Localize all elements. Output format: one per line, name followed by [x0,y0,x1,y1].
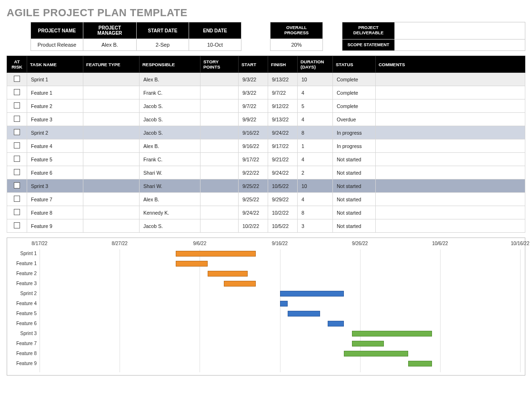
cell-feature-type[interactable] [83,73,140,86]
cell-finish[interactable]: 9/21/22 [268,153,298,166]
cell-duration[interactable]: 10 [298,179,333,193]
cell-finish[interactable]: 9/24/22 [268,166,298,179]
checkbox-icon[interactable] [14,116,20,122]
checkbox-icon[interactable] [14,222,20,228]
cell-story-points[interactable] [201,126,239,139]
cell-story-points[interactable] [201,99,239,113]
checkbox-icon[interactable] [14,129,20,135]
cell-finish[interactable]: 10/2/22 [268,206,298,219]
cell-start[interactable]: 9/16/22 [239,126,268,139]
cell-start[interactable]: 9/3/22 [239,73,268,86]
cell-task[interactable]: Feature 9 [27,219,83,233]
val-project-name[interactable]: Product Release [31,39,83,51]
checkbox-icon[interactable] [14,102,20,109]
cell-task[interactable]: Feature 3 [27,113,83,126]
cell-responsible[interactable]: Alex B. [140,193,201,206]
cell-duration[interactable]: 1 [298,139,333,153]
cell-comments[interactable] [376,179,525,193]
cell-responsible[interactable]: Alex B. [140,73,201,86]
cell-responsible[interactable]: Frank C. [140,153,201,166]
cell-feature-type[interactable] [83,219,140,233]
cell-status[interactable]: In progress [333,126,376,139]
cell-task[interactable]: Feature 8 [27,206,83,219]
cell-responsible[interactable]: Shari W. [140,179,201,193]
cell-status[interactable]: Not started [333,179,376,193]
cell-story-points[interactable] [201,139,239,153]
cell-duration[interactable]: 4 [298,193,333,206]
cell-finish[interactable]: 9/17/22 [268,139,298,153]
cell-status[interactable]: Complete [333,86,376,99]
cell-status[interactable]: Not started [333,153,376,166]
val-project-deliverable[interactable] [394,22,525,40]
cell-responsible[interactable]: Jacob S. [140,126,201,139]
checkbox-icon[interactable] [14,169,20,175]
cell-start[interactable]: 9/16/22 [239,139,268,153]
cell-story-points[interactable] [201,73,239,86]
cell-duration[interactable]: 10 [298,73,333,86]
cell-comments[interactable] [376,193,525,206]
cell-start[interactable]: 9/25/22 [239,193,268,206]
cell-finish[interactable]: 9/24/22 [268,126,298,139]
cell-status[interactable]: Not started [333,219,376,233]
cell-feature-type[interactable] [83,206,140,219]
cell-story-points[interactable] [201,86,239,99]
cell-comments[interactable] [376,99,525,113]
cell-story-points[interactable] [201,219,239,233]
val-end-date[interactable]: 10-Oct [189,39,241,51]
cell-status[interactable]: Not started [333,193,376,206]
cell-task[interactable]: Feature 2 [27,99,83,113]
cell-comments[interactable] [376,166,525,179]
checkbox-icon[interactable] [14,76,20,82]
cell-feature-type[interactable] [83,126,140,139]
checkbox-icon[interactable] [14,156,20,162]
cell-status[interactable]: In progress [333,139,376,153]
cell-duration[interactable]: 8 [298,126,333,139]
cell-comments[interactable] [376,86,525,99]
cell-feature-type[interactable] [83,113,140,126]
cell-feature-type[interactable] [83,179,140,193]
cell-start[interactable]: 9/3/22 [239,86,268,99]
checkbox-icon[interactable] [14,89,20,95]
cell-feature-type[interactable] [83,139,140,153]
cell-start[interactable]: 9/25/22 [239,179,268,193]
cell-duration[interactable]: 4 [298,86,333,99]
cell-task[interactable]: Feature 6 [27,166,83,179]
cell-responsible[interactable]: Frank C. [140,86,201,99]
checkbox-icon[interactable] [14,209,20,215]
cell-comments[interactable] [376,73,525,86]
cell-comments[interactable] [376,153,525,166]
cell-story-points[interactable] [201,206,239,219]
cell-duration[interactable]: 3 [298,219,333,233]
cell-status[interactable]: Not started [333,206,376,219]
cell-start[interactable]: 9/17/22 [239,153,268,166]
cell-duration[interactable]: 5 [298,99,333,113]
cell-task[interactable]: Feature 5 [27,153,83,166]
cell-finish[interactable]: 9/29/22 [268,193,298,206]
cell-responsible[interactable]: Kennedy K. [140,206,201,219]
cell-feature-type[interactable] [83,86,140,99]
cell-finish[interactable]: 9/7/22 [268,86,298,99]
cell-story-points[interactable] [201,166,239,179]
cell-responsible[interactable]: Alex B. [140,139,201,153]
cell-start[interactable]: 9/22/22 [239,166,268,179]
cell-feature-type[interactable] [83,193,140,206]
cell-status[interactable]: Overdue [333,113,376,126]
cell-task[interactable]: Feature 7 [27,193,83,206]
cell-status[interactable]: Complete [333,99,376,113]
cell-responsible[interactable]: Jacob S. [140,99,201,113]
cell-start[interactable]: 9/7/22 [239,99,268,113]
cell-story-points[interactable] [201,193,239,206]
checkbox-icon[interactable] [14,196,20,202]
cell-status[interactable]: Not started [333,166,376,179]
cell-finish[interactable]: 9/13/22 [268,73,298,86]
cell-status[interactable]: Complete [333,73,376,86]
cell-responsible[interactable]: Shari W. [140,166,201,179]
cell-feature-type[interactable] [83,166,140,179]
cell-comments[interactable] [376,126,525,139]
cell-duration[interactable]: 4 [298,113,333,126]
cell-responsible[interactable]: Jacob S. [140,113,201,126]
cell-start[interactable]: 10/2/22 [239,219,268,233]
cell-duration[interactable]: 8 [298,206,333,219]
val-start-date[interactable]: 2-Sep [136,39,189,51]
cell-task[interactable]: Sprint 3 [27,179,83,193]
